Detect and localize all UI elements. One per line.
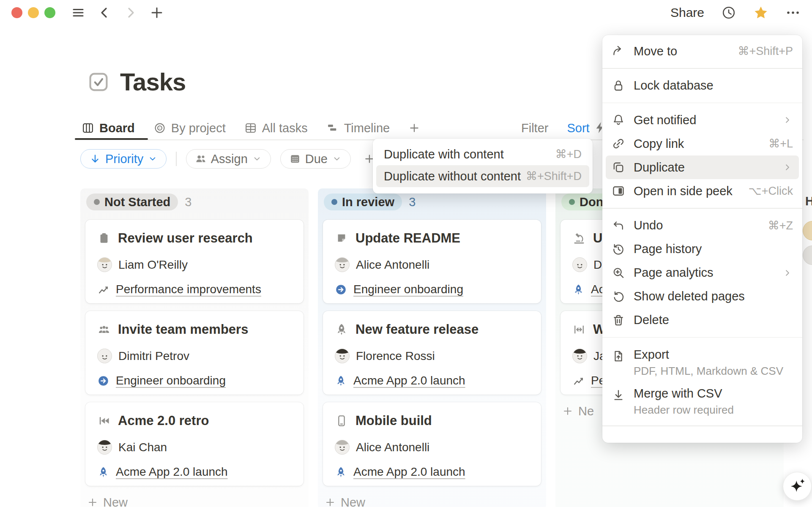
new-card-button[interactable]: New bbox=[325, 493, 539, 507]
new-tab-icon[interactable] bbox=[149, 5, 164, 20]
quick-action-icon[interactable] bbox=[593, 121, 602, 136]
close-window-button[interactable] bbox=[11, 7, 22, 18]
checkbox-icon[interactable] bbox=[88, 71, 109, 93]
tab-timeline[interactable]: Timeline bbox=[326, 121, 390, 135]
restore-icon bbox=[612, 290, 625, 303]
page-title[interactable]: Tasks bbox=[120, 68, 186, 96]
filter-button[interactable]: Filter bbox=[521, 121, 548, 135]
menu-item-merge-with-csv[interactable]: Merge with CSV Header row required bbox=[606, 382, 799, 420]
minimize-window-button[interactable] bbox=[28, 7, 39, 18]
task-card[interactable]: New feature release Florence Rossi Acme … bbox=[323, 311, 541, 395]
favorite-star-icon[interactable] bbox=[753, 5, 768, 20]
recent-updates-icon[interactable] bbox=[721, 5, 736, 20]
arrow-down-icon bbox=[89, 153, 101, 165]
clipped-column-header: H bbox=[805, 194, 812, 208]
menu-divider bbox=[602, 425, 802, 426]
menu-item-lock-database[interactable]: Lock database bbox=[606, 74, 799, 98]
new-card-button[interactable]: New bbox=[87, 493, 302, 507]
project-link[interactable]: Acme App 2.0 launch bbox=[353, 374, 465, 387]
sidebar-toggle-icon[interactable] bbox=[71, 5, 86, 20]
assignee-name: Florence Rossi bbox=[356, 349, 435, 363]
move-to-icon bbox=[612, 44, 625, 58]
priority-sort-chip[interactable]: Priority bbox=[80, 149, 167, 169]
duplicate-submenu: Duplicate with content ⌘+D Duplicate wit… bbox=[373, 139, 593, 194]
back-icon[interactable] bbox=[97, 5, 112, 20]
active-tab-underline bbox=[75, 138, 148, 140]
task-card[interactable]: Update README Alice Antonelli Engineer o… bbox=[323, 220, 541, 303]
menu-item-show-deleted-pages[interactable]: Show deleted pages bbox=[606, 285, 799, 308]
project-link[interactable]: Acme App 2.0 launch bbox=[116, 465, 228, 479]
undo-icon bbox=[612, 219, 625, 232]
chevron-down-icon bbox=[148, 154, 158, 164]
task-card[interactable]: Mobile build Alice Antonelli Acme App 2.… bbox=[323, 402, 541, 486]
sort-button[interactable]: Sort bbox=[567, 121, 589, 135]
project-link[interactable]: Acme App 2.0 launch bbox=[353, 465, 465, 479]
team-icon bbox=[97, 323, 111, 336]
plus-icon bbox=[408, 122, 420, 134]
analytics-icon bbox=[612, 266, 625, 280]
share-button[interactable]: Share bbox=[670, 5, 704, 20]
menu-item-duplicate[interactable]: Duplicate bbox=[606, 155, 799, 179]
task-card[interactable]: Invite team members Dimitri Petrov Engin… bbox=[85, 311, 303, 395]
project-link[interactable]: Engineer onboarding bbox=[116, 374, 226, 387]
task-card[interactable]: Acme 2.0 retro Kai Chan Acme App 2.0 lau… bbox=[85, 402, 303, 486]
menu-divider bbox=[602, 68, 802, 69]
menu-item-page-history[interactable]: Page history bbox=[606, 237, 799, 261]
assignee-name: Alice Antonelli bbox=[356, 441, 429, 454]
avatar bbox=[572, 257, 587, 272]
chart-line-icon bbox=[572, 375, 585, 387]
tab-board[interactable]: Board bbox=[82, 121, 135, 135]
duplicate-icon bbox=[612, 161, 625, 174]
project-link[interactable]: Performance improvements bbox=[116, 283, 261, 296]
menu-item-export[interactable]: Export PDF, HTML, Markdown & CSV bbox=[606, 343, 799, 382]
project-link[interactable]: Engineer onboarding bbox=[353, 283, 463, 296]
zoom-window-button[interactable] bbox=[44, 7, 55, 18]
plus-icon bbox=[562, 406, 573, 417]
status-badge[interactable]: Not Started bbox=[86, 194, 178, 210]
people-icon bbox=[195, 153, 207, 165]
avatar bbox=[97, 349, 112, 363]
chevron-down-icon bbox=[252, 154, 262, 164]
tab-by-project[interactable]: By project bbox=[153, 121, 226, 135]
chevron-right-icon bbox=[782, 114, 793, 125]
avatar bbox=[335, 440, 350, 455]
menu-item-get-notified[interactable]: Get notified bbox=[606, 108, 799, 132]
tab-all-tasks[interactable]: All tasks bbox=[244, 121, 308, 135]
forward-icon[interactable] bbox=[123, 5, 138, 20]
menu-item-copy-link[interactable]: Copy link ⌘+L bbox=[606, 132, 799, 155]
more-options-icon[interactable] bbox=[785, 5, 801, 20]
merge-csv-icon bbox=[612, 388, 625, 402]
avatar bbox=[97, 440, 112, 455]
view-tabs: Board By project All tasks Timeline bbox=[82, 119, 420, 137]
filter-bar: Priority Assign Due A bbox=[80, 149, 388, 169]
menu-item-undo[interactable]: Undo ⌘+Z bbox=[606, 214, 799, 237]
rocket-icon bbox=[335, 375, 347, 387]
due-filter-chip[interactable]: Due bbox=[280, 149, 351, 169]
menu-divider bbox=[602, 208, 802, 209]
menu-divider bbox=[602, 337, 802, 338]
task-card[interactable]: Review user research Liam O'Reilly Perfo… bbox=[85, 220, 303, 303]
assign-filter-chip[interactable]: Assign bbox=[186, 149, 271, 169]
board-column-in-review: In review 3 Update README Alice Antonell… bbox=[318, 188, 546, 507]
menu-item-duplicate-with-content[interactable]: Duplicate with content ⌘+D bbox=[376, 143, 589, 165]
assignee-name: Alice Antonelli bbox=[356, 258, 429, 272]
menu-item-page-analytics[interactable]: Page analytics bbox=[606, 261, 799, 285]
export-icon bbox=[612, 349, 625, 363]
avatar bbox=[572, 349, 587, 363]
status-dot bbox=[331, 199, 337, 205]
avatar bbox=[97, 257, 112, 272]
plus-icon bbox=[87, 497, 98, 507]
traffic-lights[interactable] bbox=[11, 7, 55, 18]
note-icon bbox=[335, 232, 348, 245]
add-view-button[interactable] bbox=[408, 122, 420, 134]
menu-item-duplicate-without-content[interactable]: Duplicate without content ⌘+Shift+D bbox=[376, 165, 589, 187]
menu-item-move-to[interactable]: Move to ⌘+Shift+P bbox=[606, 39, 799, 63]
column-count: 3 bbox=[185, 195, 191, 209]
status-badge[interactable]: In review bbox=[324, 194, 402, 210]
menu-item-open-in-side-peek[interactable]: Open in side peek ⌥+Click bbox=[606, 179, 799, 203]
ai-assistant-button[interactable] bbox=[783, 472, 812, 501]
arrow-circle-icon bbox=[335, 283, 347, 296]
menu-item-delete[interactable]: Delete bbox=[606, 308, 799, 332]
board-column-not-started: Not Started 3 Review user research Liam … bbox=[80, 188, 309, 507]
assignee-name: Dimitri Petrov bbox=[118, 349, 189, 363]
